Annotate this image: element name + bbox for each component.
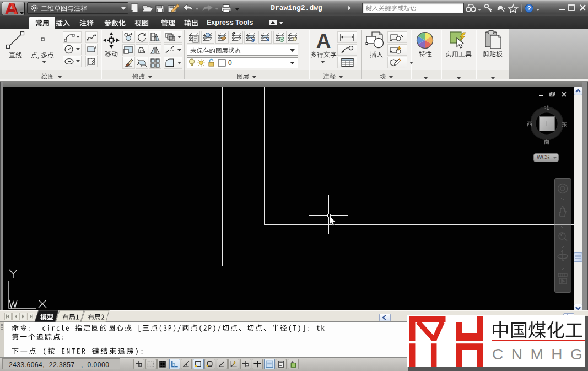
svg-text:?: ?: [527, 5, 531, 12]
